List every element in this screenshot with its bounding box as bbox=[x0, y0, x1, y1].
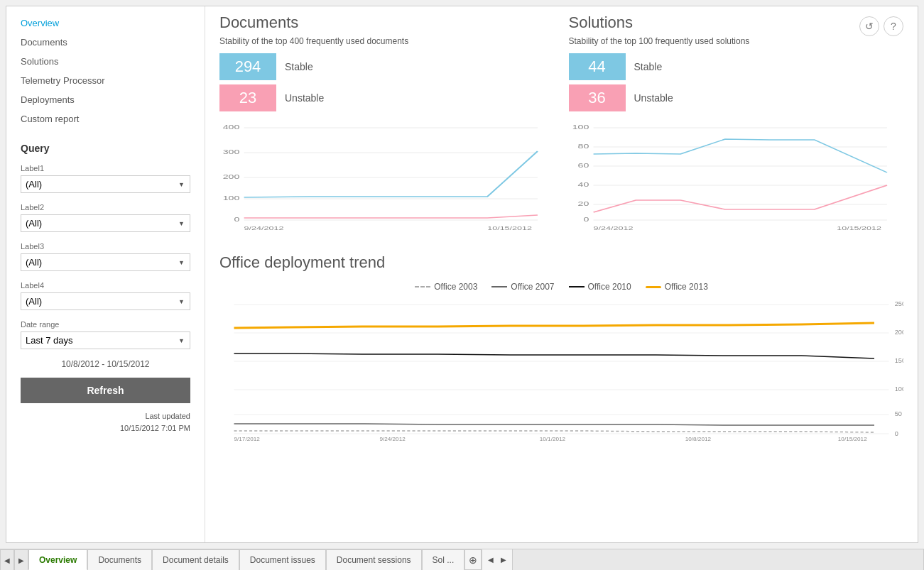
label2-label: Label2 bbox=[21, 203, 190, 212]
solutions-chart-svg: 100 80 60 40 20 0 bbox=[569, 119, 904, 232]
refresh-icon[interactable]: ↺ bbox=[859, 16, 879, 36]
sidebar-query: Query Label1 (All) Label2 (All) La bbox=[6, 128, 205, 441]
solutions-unstable-count: 36 bbox=[569, 84, 626, 111]
tab-scrollbar[interactable] bbox=[512, 549, 924, 570]
tab-add-button[interactable]: ⊕ bbox=[464, 549, 482, 570]
sidebar-item-telemetry[interactable]: Telemetry Processor bbox=[21, 71, 190, 90]
svg-text:9/24/2012: 9/24/2012 bbox=[593, 224, 633, 231]
svg-text:0: 0 bbox=[234, 216, 239, 224]
svg-text:250: 250 bbox=[895, 300, 903, 307]
trend-chart-svg: 250 200 150 100 50 0 Number of users bbox=[219, 299, 903, 441]
svg-text:10/15/2012: 10/15/2012 bbox=[838, 436, 867, 441]
solutions-unstable-row: 36 Unstable bbox=[569, 84, 904, 111]
label3-select[interactable]: (All) bbox=[21, 253, 190, 271]
legend-label-2003: Office 2003 bbox=[434, 282, 477, 292]
sidebar-item-overview[interactable]: Overview bbox=[21, 13, 190, 33]
documents-stable-label: Stable bbox=[285, 61, 313, 72]
documents-subtitle: Stability of the top 400 frequently used… bbox=[219, 36, 555, 46]
solutions-unstable-label: Unstable bbox=[634, 92, 673, 104]
sidebar-item-custom[interactable]: Custom report bbox=[21, 109, 190, 128]
sidebar-nav: OverviewDocumentsSolutionsTelemetry Proc… bbox=[6, 13, 205, 128]
solutions-subtitle: Stability of the top 100 frequently used… bbox=[569, 36, 904, 46]
sidebar-item-deployments[interactable]: Deployments bbox=[21, 90, 190, 109]
solutions-panel: Solutions ↺ ? Stability of the top 100 f… bbox=[569, 13, 904, 232]
documents-stable-row: 294 Stable bbox=[219, 53, 555, 80]
svg-text:9/24/2012: 9/24/2012 bbox=[244, 224, 284, 231]
solutions-stable-label: Stable bbox=[634, 61, 663, 72]
documents-title: Documents bbox=[219, 13, 555, 32]
svg-text:20: 20 bbox=[577, 200, 589, 208]
trend-chart: 250 200 150 100 50 0 Number of users bbox=[219, 299, 903, 441]
tab-documents[interactable]: Documents bbox=[87, 549, 152, 570]
documents-stable-count: 294 bbox=[219, 53, 276, 80]
legend-line-2010 bbox=[569, 286, 585, 287]
solutions-stable-row: 44 Stable bbox=[569, 53, 904, 80]
trend-section: Office deployment trend Office 2003 Offi… bbox=[219, 253, 903, 441]
label4-label: Label4 bbox=[21, 281, 190, 290]
documents-unstable-label: Unstable bbox=[285, 92, 324, 104]
svg-text:80: 80 bbox=[577, 143, 589, 150]
svg-text:200: 200 bbox=[895, 329, 903, 336]
query-title: Query bbox=[21, 143, 190, 154]
tab-document-details[interactable]: Document details bbox=[152, 549, 239, 570]
tab-scroll-left[interactable]: ◀ bbox=[485, 554, 496, 566]
legend-label-2010: Office 2010 bbox=[588, 282, 631, 292]
svg-text:0: 0 bbox=[583, 216, 589, 224]
tab-document-sessions[interactable]: Document sessions bbox=[326, 549, 422, 570]
tab-sol[interactable]: Sol ... bbox=[422, 549, 465, 570]
sidebar-item-solutions[interactable]: Solutions bbox=[21, 52, 190, 71]
svg-text:Number of users: Number of users bbox=[902, 346, 903, 394]
label3-select-wrapper: (All) bbox=[21, 253, 190, 271]
label1-field: Label1 (All) bbox=[21, 164, 190, 193]
label1-select-wrapper: (All) bbox=[21, 175, 190, 193]
main-content: Documents Stability of the top 400 frequ… bbox=[205, 6, 918, 542]
svg-text:300: 300 bbox=[223, 148, 240, 156]
legend-line-2013 bbox=[646, 286, 661, 288]
last-updated: Last updated 10/15/2012 7:01 PM bbox=[21, 410, 190, 434]
svg-text:400: 400 bbox=[223, 124, 240, 131]
tab-document-issues[interactable]: Document issues bbox=[239, 549, 326, 570]
legend-office2013: Office 2013 bbox=[646, 282, 708, 292]
svg-text:0: 0 bbox=[895, 430, 898, 437]
tab-scroll-controls: ◀ ▶ bbox=[482, 549, 512, 570]
svg-text:40: 40 bbox=[577, 181, 589, 189]
svg-text:10/15/2012: 10/15/2012 bbox=[837, 224, 881, 231]
label2-select-wrapper: (All) bbox=[21, 214, 190, 232]
legend-label-2007: Office 2007 bbox=[511, 282, 554, 292]
svg-text:10/15/2012: 10/15/2012 bbox=[487, 224, 532, 231]
label2-select[interactable]: (All) bbox=[21, 214, 190, 232]
svg-text:200: 200 bbox=[223, 173, 240, 181]
label4-field: Label4 (All) bbox=[21, 281, 190, 310]
documents-chart: 400 300 200 100 0 bbox=[219, 119, 555, 232]
sidebar-item-documents[interactable]: Documents bbox=[21, 33, 190, 52]
date-range-label: Date range bbox=[21, 320, 190, 329]
svg-text:9/24/2012: 9/24/2012 bbox=[379, 436, 406, 441]
help-icon[interactable]: ? bbox=[884, 16, 903, 36]
label1-select[interactable]: (All) bbox=[21, 175, 190, 193]
sidebar: OverviewDocumentsSolutionsTelemetry Proc… bbox=[6, 6, 205, 542]
svg-text:10/8/2012: 10/8/2012 bbox=[685, 436, 712, 441]
svg-text:10/1/2012: 10/1/2012 bbox=[540, 436, 566, 441]
tab-overview[interactable]: Overview bbox=[28, 549, 87, 570]
date-range-field: Date range Last 7 days bbox=[21, 320, 190, 349]
bottom-tabs: ◀ ▶ Overview Documents Document details … bbox=[0, 549, 924, 570]
top-section: Documents Stability of the top 400 frequ… bbox=[219, 13, 903, 232]
refresh-button[interactable]: Refresh bbox=[21, 378, 190, 403]
documents-panel: Documents Stability of the top 400 frequ… bbox=[219, 13, 555, 232]
svg-text:60: 60 bbox=[577, 162, 589, 170]
tab-next-button[interactable]: ▶ bbox=[14, 549, 28, 570]
documents-unstable-row: 23 Unstable bbox=[219, 84, 555, 111]
date-range-select[interactable]: Last 7 days bbox=[21, 331, 190, 349]
label4-select-wrapper: (All) bbox=[21, 292, 190, 310]
svg-text:9/17/2012: 9/17/2012 bbox=[234, 436, 260, 441]
legend-office2003: Office 2003 bbox=[415, 282, 477, 292]
date-range-value: 10/8/2012 - 10/15/2012 bbox=[21, 359, 190, 369]
tab-scroll-right[interactable]: ▶ bbox=[498, 554, 509, 566]
svg-text:100: 100 bbox=[223, 194, 240, 202]
date-range-select-wrapper: Last 7 days bbox=[21, 331, 190, 349]
tab-prev-button[interactable]: ◀ bbox=[0, 549, 14, 570]
legend-line-2003 bbox=[415, 286, 430, 287]
legend-label-2013: Office 2013 bbox=[665, 282, 708, 292]
label2-field: Label2 (All) bbox=[21, 203, 190, 232]
label4-select[interactable]: (All) bbox=[21, 292, 190, 310]
